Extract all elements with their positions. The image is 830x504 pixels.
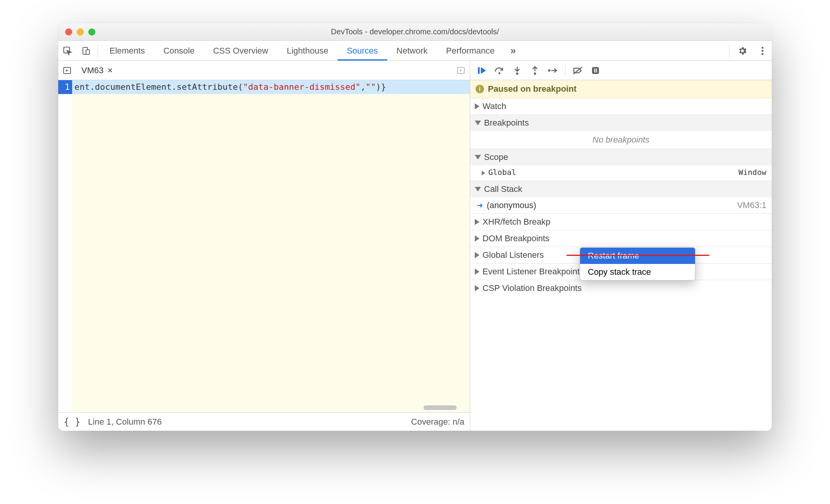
code-text[interactable]: ent.documentElement.setAttribute("data-b… — [72, 80, 470, 94]
svg-point-10 — [516, 72, 518, 75]
tab-sources[interactable]: Sources — [337, 41, 387, 60]
current-frame-arrow-icon: ➔ — [477, 201, 483, 210]
section-dom-breakpoints: DOM Breakpoints — [470, 230, 772, 247]
devtools-window: DevTools - developer.chrome.com/docs/dev… — [58, 23, 772, 431]
section-call-stack: Call Stack ➔ (anonymous) VM63:1 — [470, 181, 772, 214]
info-icon: i — [476, 85, 484, 93]
resume-icon[interactable] — [474, 64, 489, 77]
svg-rect-2 — [86, 50, 89, 54]
svg-point-12 — [548, 69, 550, 72]
strikethrough-annotation — [567, 255, 709, 256]
editor-status-bar: { } Line 1, Column 676 Coverage: n/a — [58, 412, 470, 431]
section-scope: Scope Global Window — [470, 149, 772, 181]
horizontal-scrollbar-thumb[interactable] — [423, 405, 457, 410]
tabs-overflow-icon[interactable]: » — [504, 45, 523, 57]
step-icon[interactable] — [545, 64, 560, 77]
tab-lighthouse[interactable]: Lighthouse — [277, 41, 337, 60]
paused-banner: i Paused on breakpoint — [470, 80, 772, 98]
code-line[interactable]: 1 ent.documentElement.setAttribute("data… — [58, 80, 470, 94]
editor-panel: VM63 ✕ 1 ent.documentElement.setAttribut… — [58, 61, 470, 431]
tab-elements[interactable]: Elements — [100, 41, 154, 60]
no-breakpoints-label: No breakpoints — [470, 131, 772, 149]
svg-point-4 — [762, 50, 764, 52]
code-editor[interactable]: 1 ent.documentElement.setAttribute("data… — [58, 80, 470, 412]
chevron-down-icon — [475, 155, 481, 160]
window-titlebar: DevTools - developer.chrome.com/docs/dev… — [58, 23, 772, 41]
pause-on-exceptions-icon[interactable] — [588, 64, 603, 77]
chevron-right-icon — [475, 285, 479, 291]
inspect-element-icon[interactable] — [58, 46, 77, 56]
settings-icon[interactable] — [733, 46, 752, 56]
section-header-dom[interactable]: DOM Breakpoints — [470, 230, 772, 247]
cursor-position: Line 1, Column 676 — [88, 417, 162, 427]
chevron-down-icon — [475, 187, 481, 192]
step-into-icon[interactable] — [509, 64, 525, 77]
frame-name: (anonymous) — [487, 200, 536, 210]
section-watch: Watch — [470, 98, 772, 115]
window-minimize-button[interactable] — [77, 29, 84, 35]
devtools-body: VM63 ✕ 1 ent.documentElement.setAttribut… — [58, 61, 772, 431]
chevron-right-icon — [475, 219, 479, 225]
divider — [565, 65, 565, 76]
chevron-right-icon — [482, 171, 485, 175]
scope-global-row[interactable]: Global Window — [470, 165, 772, 181]
svg-rect-8 — [478, 67, 479, 74]
show-navigator-icon[interactable] — [58, 66, 76, 75]
file-tab-label: VM63 — [81, 66, 103, 76]
svg-rect-14 — [594, 69, 596, 72]
editor-background — [72, 94, 470, 412]
divider — [729, 44, 729, 57]
chevron-right-icon — [475, 269, 479, 275]
device-toolbar-icon[interactable] — [77, 46, 95, 55]
traffic-lights — [65, 29, 95, 35]
more-editor-options-icon[interactable] — [452, 66, 470, 75]
window-title: DevTools - developer.chrome.com/docs/dev… — [58, 27, 772, 36]
context-menu-copy-stack-trace[interactable]: Copy stack trace — [580, 264, 695, 280]
svg-point-11 — [534, 72, 536, 75]
section-csp-breakpoints: CSP Violation Breakpoints — [470, 280, 772, 296]
chevron-right-icon — [475, 235, 479, 242]
step-over-icon[interactable] — [492, 64, 507, 77]
file-tab-vm63[interactable]: VM63 ✕ — [76, 61, 118, 80]
chevron-right-icon — [475, 252, 479, 258]
paused-text: Paused on breakpoint — [488, 84, 577, 94]
tab-css-overview[interactable]: CSS Overview — [204, 41, 277, 60]
close-tab-icon[interactable]: ✕ — [107, 66, 113, 75]
debug-toolbar — [470, 61, 772, 80]
section-header-csp[interactable]: CSP Violation Breakpoints — [470, 280, 772, 296]
divider — [98, 44, 98, 57]
window-close-button[interactable] — [65, 29, 72, 35]
more-options-icon[interactable] — [753, 46, 772, 55]
tab-network[interactable]: Network — [387, 41, 437, 60]
tab-console[interactable]: Console — [154, 41, 204, 60]
call-stack-frame[interactable]: ➔ (anonymous) VM63:1 — [470, 197, 772, 213]
tab-performance[interactable]: Performance — [437, 41, 504, 60]
svg-point-5 — [762, 53, 764, 55]
section-breakpoints: Breakpoints No breakpoints — [470, 115, 772, 149]
editor-tab-strip: VM63 ✕ — [58, 61, 470, 80]
section-header-breakpoints[interactable]: Breakpoints — [470, 115, 772, 131]
frame-location: VM63:1 — [737, 200, 766, 210]
scope-global-value: Window — [739, 168, 766, 177]
section-header-scope[interactable]: Scope — [470, 149, 772, 165]
svg-point-3 — [762, 47, 764, 49]
svg-point-9 — [499, 72, 501, 74]
window-zoom-button[interactable] — [88, 29, 95, 35]
section-header-watch[interactable]: Watch — [470, 98, 772, 114]
context-menu-restart-frame[interactable]: Restart frame — [580, 248, 695, 264]
section-xhr-breakpoints: XHR/fetch Breakp — [470, 214, 772, 230]
coverage-status: Coverage: n/a — [411, 417, 464, 427]
chevron-down-icon — [475, 121, 481, 125]
section-header-xhr[interactable]: XHR/fetch Breakp — [470, 214, 772, 230]
context-menu: Restart frame Copy stack trace — [580, 247, 695, 281]
main-tab-strip: Elements Console CSS Overview Lighthouse… — [58, 41, 772, 61]
deactivate-breakpoints-icon[interactable] — [570, 64, 585, 77]
section-header-call-stack[interactable]: Call Stack — [470, 181, 772, 197]
step-out-icon[interactable] — [527, 64, 543, 77]
svg-rect-15 — [596, 69, 597, 72]
line-number[interactable]: 1 — [58, 80, 72, 94]
pretty-print-icon[interactable]: { } — [64, 417, 80, 427]
debugger-panel: i Paused on breakpoint Watch Breakpoints… — [470, 61, 772, 431]
chevron-right-icon — [475, 103, 479, 109]
